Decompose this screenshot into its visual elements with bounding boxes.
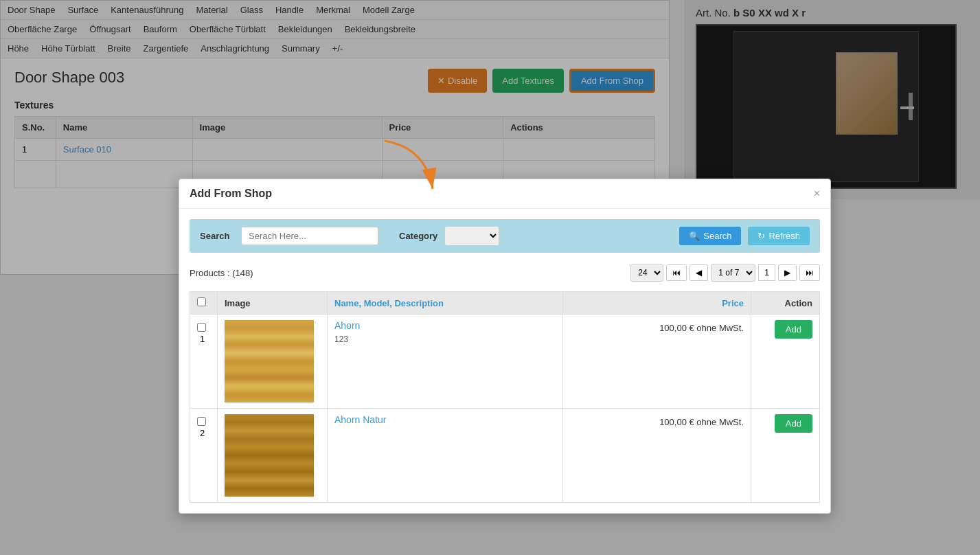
product-1-action: Add — [751, 315, 820, 409]
product-2-image — [225, 414, 314, 497]
search-label: Search — [200, 231, 234, 241]
pagination-bar: Products : (148) 24 ⏮ ◀ 1 of 7 1 ▶ ⏭ — [190, 261, 820, 284]
modal-title: Add From Shop — [190, 188, 272, 200]
modal-body: Search Category 🔍 Search ↻ Refresh Produ… — [179, 209, 830, 513]
product-1-image-cell — [218, 315, 328, 409]
refresh-icon: ↻ — [757, 231, 765, 241]
next-page-button[interactable]: ▶ — [778, 264, 797, 281]
product-1-checkbox[interactable] — [197, 323, 206, 332]
product-1-num: 1 — [200, 334, 205, 344]
category-label: Category — [399, 231, 437, 241]
products-count: Products : (148) — [190, 268, 253, 278]
pagination-controls: 24 ⏮ ◀ 1 of 7 1 ▶ ⏭ — [630, 264, 820, 282]
modal-close-button[interactable]: × — [814, 188, 820, 200]
product-1-image — [225, 320, 314, 403]
product-2-price-text: 100,00 € ohne MwSt. — [659, 417, 744, 427]
product-row-1: 1 Ahorn 123 100,00 € ohne MwSt. Add — [190, 315, 820, 409]
product-1-price-text: 100,00 € ohne MwSt. — [659, 323, 744, 333]
product-2-price: 100,00 € ohne MwSt. — [562, 409, 751, 503]
col-image-header: Image — [218, 292, 328, 315]
product-1-info: Ahorn 123 — [328, 315, 563, 409]
search-bar: Search Category 🔍 Search ↻ Refresh — [190, 219, 820, 253]
page-size-select[interactable]: 24 — [630, 264, 663, 282]
search-button[interactable]: 🔍 Search — [679, 227, 741, 245]
product-row-2: 2 Ahorn Natur 100,00 € ohne MwSt. Add — [190, 409, 820, 503]
search-icon: 🔍 — [689, 231, 700, 241]
product-2-info: Ahorn Natur — [328, 409, 563, 503]
select-all-checkbox[interactable] — [197, 297, 206, 306]
last-page-button[interactable]: ⏭ — [799, 264, 820, 281]
product-1-price: 100,00 € ohne MwSt. — [562, 315, 751, 409]
col-check — [190, 292, 218, 315]
first-page-button[interactable]: ⏮ — [666, 264, 687, 281]
col-name-header: Name, Model, Description — [328, 292, 563, 315]
page-info-select[interactable]: 1 of 7 — [711, 264, 755, 282]
product-1-checkbox-cell: 1 — [190, 315, 218, 409]
search-input[interactable] — [241, 227, 378, 245]
prev-page-button[interactable]: ◀ — [690, 264, 708, 281]
product-2-checkbox[interactable] — [197, 417, 206, 426]
product-2-num: 2 — [200, 428, 205, 438]
modal-header: Add From Shop × — [179, 179, 830, 209]
col-action-header: Action — [751, 292, 820, 315]
col-price-header: Price — [562, 292, 751, 315]
product-1-model: 123 — [334, 335, 348, 344]
product-2-image-cell — [218, 409, 328, 503]
product-1-name-link[interactable]: Ahorn — [334, 320, 556, 331]
product-2-add-button[interactable]: Add — [775, 414, 812, 433]
product-2-name-link[interactable]: Ahorn Natur — [334, 414, 556, 425]
products-table: Image Name, Model, Description Price Act… — [190, 291, 820, 503]
product-1-add-button[interactable]: Add — [775, 320, 812, 339]
product-2-action: Add — [751, 409, 820, 503]
product-2-checkbox-cell: 2 — [190, 409, 218, 503]
current-page: 1 — [758, 264, 775, 281]
modal-dialog: Add From Shop × Search Category 🔍 Search… — [179, 179, 831, 514]
refresh-button[interactable]: ↻ Refresh — [748, 227, 810, 245]
category-select[interactable] — [444, 226, 499, 246]
